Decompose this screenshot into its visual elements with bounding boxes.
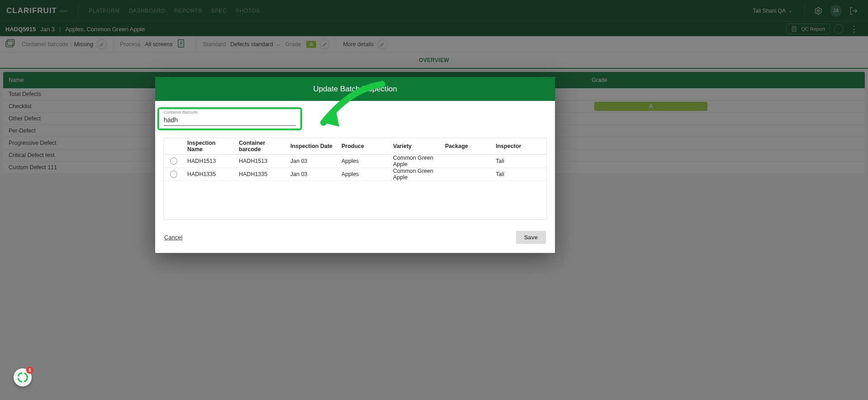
chat-widget[interactable]: 5 <box>14 368 32 386</box>
inspection-results-list: Inspection Name Container barcode Inspec… <box>163 138 547 220</box>
radio-button[interactable] <box>170 171 177 178</box>
update-batch-modal: Update Batch Inspection Container Barcod… <box>155 77 555 253</box>
cancel-button[interactable]: Cancel <box>164 234 182 241</box>
modal-footer: Cancel Save <box>155 220 555 253</box>
radio-button[interactable] <box>170 157 177 165</box>
container-barcode-field-label: Container Barcode <box>164 110 198 114</box>
list-header: Inspection Name Container barcode Inspec… <box>164 138 546 155</box>
highlighted-input-wrapper: Container Barcode <box>157 107 302 130</box>
list-item[interactable]: HADH1335 HADH1335 Jan 03 Apples Common G… <box>164 168 546 181</box>
svg-point-5 <box>18 373 27 382</box>
modal-title: Update Batch Inspection <box>155 77 555 101</box>
save-button[interactable]: Save <box>516 231 546 244</box>
container-barcode-input[interactable] <box>164 113 296 126</box>
list-item[interactable]: HADH1513 HADH1513 Jan 03 Apples Common G… <box>164 155 546 168</box>
chat-badge: 5 <box>26 367 33 374</box>
